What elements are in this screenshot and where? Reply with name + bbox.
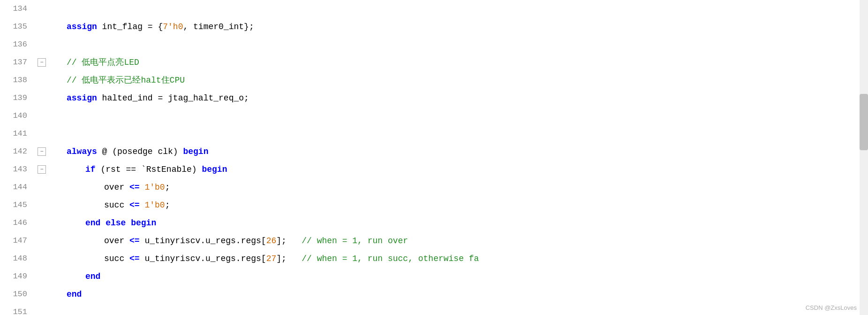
fold-icon[interactable]: − [38,147,46,156]
code-line [38,107,868,125]
code-token: @ (posedge clk) [97,143,183,161]
line-numbers: 1341351361371381391401411421431441451461… [0,0,33,315]
code-token: 1'b0 [144,178,165,196]
code-token: ; [165,196,170,214]
line-number: 147 [0,232,33,250]
fold-icon[interactable]: − [38,58,46,67]
code-token: // 低电平表示已经halt住CPU [67,71,185,89]
code-token: <= [129,250,140,268]
code-line: −always @ (posedge clk) begin [38,143,868,161]
code-line: −if (rst == `RstEnable) begin [38,161,868,178]
line-number: 151 [0,303,33,315]
line-number: 144 [0,178,33,196]
code-line [38,303,868,315]
code-area: assign int_flag = {7'h0, timer0_int};−//… [33,0,868,315]
code-token: int_flag = { [97,18,163,36]
line-number: 143 [0,161,33,178]
code-token: over [104,232,129,250]
scrollbar-thumb[interactable] [860,94,868,150]
code-token: 7'h0 [163,18,183,36]
line-number: 150 [0,285,33,303]
code-token: succ [104,250,129,268]
code-token: u_tinyriscv.u_regs.regs[ [140,250,266,268]
code-token: // when = 1, run over [302,232,408,250]
code-token: 27 [266,250,277,268]
code-token: if [85,161,96,178]
code-token: // when = 1, run succ, otherwise fa [302,250,479,268]
line-number: 139 [0,89,33,107]
code-line: end [38,268,868,285]
code-token: assign [67,18,97,36]
line-number: 136 [0,36,33,54]
code-token: 1'b0 [144,196,165,214]
code-token [140,196,145,214]
line-number: 140 [0,107,33,125]
code-line: over <= 1'b0; [38,178,868,196]
code-token: <= [129,178,140,196]
code-token [140,178,145,196]
code-token: begin [183,143,208,161]
code-line: over <= u_tinyriscv.u_regs.regs[26]; // … [38,232,868,250]
code-token: succ [104,196,129,214]
code-token: <= [129,232,140,250]
editor-container: 1341351361371381391401411421431441451461… [0,0,868,315]
code-line: −// 低电平点亮LED [38,54,868,71]
line-number: 134 [0,0,33,18]
code-token: assign [67,89,97,107]
code-token: end else begin [85,214,156,232]
line-number: 138 [0,71,33,89]
code-token: // 低电平点亮LED [67,54,139,71]
code-token: (rst == `RstEnable) [96,161,202,178]
code-token: <= [129,196,140,214]
code-token: over [104,178,129,196]
code-line [38,0,868,18]
code-token: end [67,285,82,303]
code-token: ]; [276,232,302,250]
code-token: , timer0_int}; [183,18,254,36]
code-line: assign int_flag = {7'h0, timer0_int}; [38,18,868,36]
code-token: always [67,143,97,161]
code-token: ]; [276,250,302,268]
code-line: // 低电平表示已经halt住CPU [38,71,868,89]
code-line: assign halted_ind = jtag_halt_req_o; [38,89,868,107]
code-token: halted_ind = jtag_halt_req_o; [97,89,249,107]
scrollbar[interactable] [860,0,868,315]
line-number: 137 [0,54,33,71]
code-token: u_tinyriscv.u_regs.regs[ [140,232,266,250]
code-line [38,36,868,54]
line-number: 148 [0,250,33,268]
code-line: end else begin [38,214,868,232]
code-line [38,125,868,143]
line-number: 146 [0,214,33,232]
code-line: succ <= u_tinyriscv.u_regs.regs[27]; // … [38,250,868,268]
code-token: ; [165,178,170,196]
code-token: end [85,268,100,285]
fold-icon[interactable]: − [38,165,46,174]
code-token: begin [202,161,227,178]
line-number: 141 [0,125,33,143]
line-number: 145 [0,196,33,214]
line-number: 135 [0,18,33,36]
line-number: 149 [0,268,33,285]
line-number: 142 [0,143,33,161]
code-line: end [38,285,868,303]
code-line: succ <= 1'b0; [38,196,868,214]
watermark: CSDN @ZxsLoves [806,304,857,311]
code-token: 26 [266,232,277,250]
